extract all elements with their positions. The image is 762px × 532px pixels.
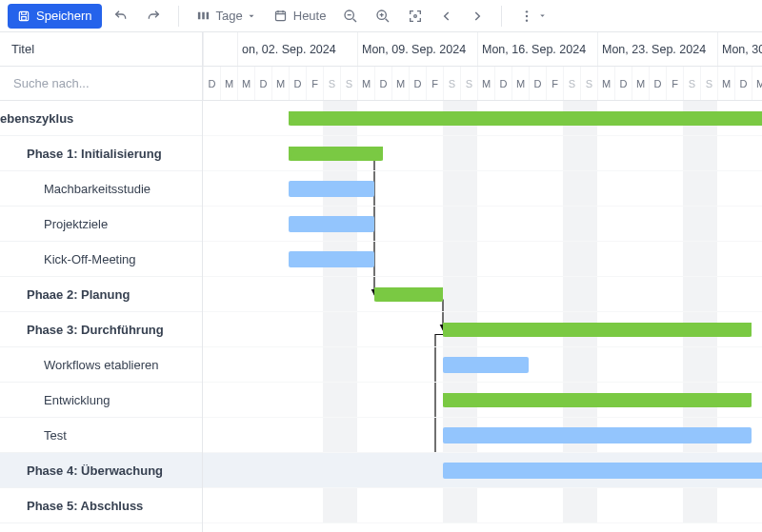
week-col: on, 02. Sep. 2024	[237, 32, 357, 66]
task-row[interactable]: Kick-Off-Meeting	[0, 242, 202, 277]
svg-point-11	[526, 19, 528, 21]
redo-button[interactable]	[140, 4, 167, 29]
task-row[interactable]: Entwicklung	[0, 383, 202, 418]
task-row[interactable]: Phaae 2: Planung	[0, 277, 202, 312]
summary-bar[interactable]	[289, 111, 762, 126]
day-col: M	[271, 67, 289, 100]
prev-button[interactable]	[434, 4, 459, 29]
day-col: F	[546, 67, 563, 100]
day-col: M	[357, 67, 374, 100]
search-input[interactable]	[11, 75, 190, 91]
day-col: M	[220, 67, 237, 100]
day-col: M	[717, 67, 734, 100]
more-menu-button[interactable]	[513, 4, 552, 29]
undo-button[interactable]	[108, 4, 134, 29]
day-col: S	[563, 67, 580, 100]
zoom-in-icon	[375, 9, 391, 24]
timeline-row[interactable]	[203, 347, 762, 383]
task-row[interactable]: Projektziele	[0, 207, 202, 242]
task-title: Kick-Off-Meeting	[44, 252, 136, 266]
zoom-in-button[interactable]	[370, 4, 396, 29]
day-col: M	[632, 67, 649, 100]
save-icon	[17, 10, 30, 23]
task-row[interactable]: Phase 5: Abschluss	[0, 488, 202, 523]
task-row[interactable]: Workflows etablieren	[0, 347, 202, 383]
toolbar: Speichern Tage Heute	[0, 0, 762, 32]
day-col: M	[477, 67, 494, 100]
undo-icon	[113, 9, 129, 24]
day-col: S	[323, 67, 340, 100]
day-col: S	[340, 67, 357, 100]
week-col: Mon, 09. Sep. 2024	[357, 32, 477, 66]
day-col: D	[734, 67, 752, 100]
timeline-row[interactable]	[203, 242, 762, 277]
task-title: Phase 3: Durchführung	[27, 323, 164, 337]
timeline-row[interactable]	[203, 101, 762, 136]
task-row[interactable]: ebenszyklus	[0, 101, 202, 136]
divider	[501, 6, 502, 27]
chevron-down-icon	[247, 11, 256, 21]
divider	[178, 6, 179, 27]
zoom-fit-button[interactable]	[402, 4, 429, 29]
timeline-row[interactable]	[203, 383, 762, 418]
week-col: Mon, 23. Sep. 2024	[597, 32, 717, 66]
timeline-row[interactable]	[203, 171, 762, 207]
day-col: S	[443, 67, 460, 100]
timeline-panel: on, 02. Sep. 2024Mon, 09. Sep. 2024Mon, …	[203, 32, 762, 532]
day-col: M	[597, 67, 614, 100]
timeline-row[interactable]	[203, 136, 762, 171]
task-row[interactable]: Test	[0, 418, 202, 453]
next-button[interactable]	[465, 4, 490, 29]
timeline-row[interactable]	[203, 453, 762, 488]
timeline-row[interactable]	[203, 418, 762, 453]
column-header-title[interactable]: Titel	[0, 32, 202, 67]
summary-bar[interactable]	[374, 287, 443, 302]
today-button[interactable]: Heute	[268, 4, 332, 29]
timeline-body[interactable]	[203, 101, 762, 523]
timeline-row[interactable]	[203, 312, 762, 347]
summary-bar[interactable]	[443, 393, 752, 407]
week-label: Mon, 23. Sep. 2024	[602, 43, 706, 56]
task-title: Workflows etablieren	[44, 358, 158, 372]
timeline-row[interactable]	[203, 488, 762, 523]
timeline-row[interactable]	[203, 277, 762, 312]
today-label: Heute	[293, 9, 327, 23]
week-label: Mon, 16. Sep. 2024	[482, 43, 586, 56]
svg-rect-5	[275, 11, 285, 20]
summary-bar[interactable]	[443, 323, 752, 337]
task-title: Phase 5: Abschluss	[27, 499, 143, 513]
task-title: Projektziele	[44, 217, 108, 231]
timeline-row[interactable]	[203, 207, 762, 242]
day-col: S	[700, 67, 717, 100]
scale-dropdown[interactable]: Tage	[190, 4, 262, 29]
task-bar[interactable]	[289, 216, 374, 232]
task-bar[interactable]	[443, 357, 529, 373]
week-col: Mon, 30. Sep.	[717, 32, 762, 66]
svg-rect-4	[206, 12, 209, 20]
day-col: D	[289, 67, 306, 100]
task-row[interactable]: Phase 3: Durchführung	[0, 312, 202, 347]
timeline-days-header: DMMDMDFSSMDMDFSSMDMDFSSMDMDFSSMDMDFSS	[203, 67, 762, 101]
svg-point-10	[526, 14, 528, 16]
task-title: Phase 1: Initialisierung	[27, 147, 162, 161]
task-bar[interactable]	[289, 181, 374, 197]
chevron-down-icon	[538, 11, 547, 20]
task-row[interactable]: Machbarkeitsstudie	[0, 171, 202, 207]
svg-rect-3	[202, 12, 205, 20]
svg-point-9	[526, 10, 528, 12]
chevron-left-icon	[440, 10, 453, 23]
task-bar[interactable]	[289, 251, 374, 267]
task-bar[interactable]	[443, 427, 752, 443]
task-title: Entwicklung	[44, 393, 110, 407]
day-col: M	[511, 67, 529, 100]
column-header-label: Titel	[11, 42, 34, 56]
columns-icon	[196, 9, 211, 23]
task-row[interactable]: Phase 1: Initialisierung	[0, 136, 202, 171]
chevron-right-icon	[471, 10, 484, 23]
task-row[interactable]: Phase 4: Überwachung	[0, 453, 202, 488]
week-col-leading	[203, 32, 237, 66]
summary-bar[interactable]	[289, 147, 383, 161]
zoom-out-button[interactable]	[337, 4, 364, 29]
save-button[interactable]: Speichern	[8, 4, 102, 29]
task-bar[interactable]	[443, 463, 762, 479]
